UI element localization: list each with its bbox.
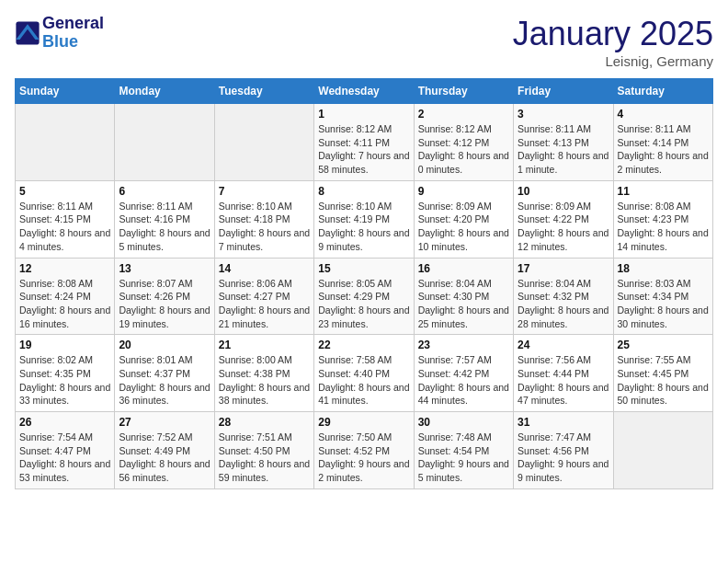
calendar-day-cell: 20Sunrise: 8:01 AM Sunset: 4:37 PM Dayli… [115,335,214,412]
day-info: Sunrise: 8:10 AM Sunset: 4:18 PM Dayligh… [219,200,310,254]
calendar-day-cell: 14Sunrise: 8:06 AM Sunset: 4:27 PM Dayli… [214,258,313,335]
calendar-week-row: 12Sunrise: 8:08 AM Sunset: 4:24 PM Dayli… [16,258,713,335]
day-number: 9 [418,185,509,198]
day-info: Sunrise: 7:47 AM Sunset: 4:56 PM Dayligh… [518,431,609,485]
day-number: 24 [518,339,609,351]
calendar-table: SundayMondayTuesdayWednesdayThursdayFrid… [15,78,713,489]
day-number: 26 [19,416,110,429]
day-number: 28 [219,416,310,429]
calendar-day-cell: 5Sunrise: 8:11 AM Sunset: 4:15 PM Daylig… [16,180,115,258]
day-number: 4 [618,108,709,121]
calendar-day-cell: 15Sunrise: 8:05 AM Sunset: 4:29 PM Dayli… [314,258,414,335]
day-number: 18 [618,262,709,275]
day-info: Sunrise: 8:11 AM Sunset: 4:15 PM Dayligh… [19,200,110,254]
day-number: 13 [119,262,210,275]
weekday-header-row: SundayMondayTuesdayWednesdayThursdayFrid… [16,79,713,104]
calendar-week-row: 26Sunrise: 7:54 AM Sunset: 4:47 PM Dayli… [16,412,713,489]
day-info: Sunrise: 8:11 AM Sunset: 4:13 PM Dayligh… [518,122,609,177]
calendar-day-cell: 26Sunrise: 7:54 AM Sunset: 4:47 PM Dayli… [16,412,115,489]
day-number: 5 [19,185,110,198]
day-number: 17 [518,262,609,275]
calendar-day-cell: 9Sunrise: 8:09 AM Sunset: 4:20 PM Daylig… [414,180,513,258]
calendar-day-cell [16,104,115,181]
day-info: Sunrise: 8:08 AM Sunset: 4:23 PM Dayligh… [618,200,709,254]
day-info: Sunrise: 8:12 AM Sunset: 4:11 PM Dayligh… [318,122,409,177]
calendar-day-cell: 17Sunrise: 8:04 AM Sunset: 4:32 PM Dayli… [514,258,613,335]
day-info: Sunrise: 8:10 AM Sunset: 4:19 PM Dayligh… [318,200,409,254]
calendar-day-cell: 3Sunrise: 8:11 AM Sunset: 4:13 PM Daylig… [514,104,613,181]
day-info: Sunrise: 8:06 AM Sunset: 4:27 PM Dayligh… [219,277,310,331]
day-info: Sunrise: 8:08 AM Sunset: 4:24 PM Dayligh… [19,277,110,331]
day-number: 22 [318,339,409,351]
day-number: 15 [318,262,409,275]
day-info: Sunrise: 8:05 AM Sunset: 4:29 PM Dayligh… [318,277,409,331]
day-number: 29 [318,416,409,429]
day-info: Sunrise: 7:48 AM Sunset: 4:54 PM Dayligh… [418,431,509,485]
logo-text: General Blue [42,15,104,52]
calendar-day-cell: 4Sunrise: 8:11 AM Sunset: 4:14 PM Daylig… [613,104,712,181]
calendar-day-cell: 11Sunrise: 8:08 AM Sunset: 4:23 PM Dayli… [613,180,712,258]
calendar-day-cell: 22Sunrise: 7:58 AM Sunset: 4:40 PM Dayli… [314,335,414,412]
calendar-day-cell: 30Sunrise: 7:48 AM Sunset: 4:54 PM Dayli… [414,412,513,489]
calendar-day-cell: 21Sunrise: 8:00 AM Sunset: 4:38 PM Dayli… [214,335,313,412]
calendar-day-cell: 2Sunrise: 8:12 AM Sunset: 4:12 PM Daylig… [414,104,513,181]
month-title: January 2025 [513,15,713,53]
day-number: 6 [119,185,210,198]
calendar-day-cell: 1Sunrise: 8:12 AM Sunset: 4:11 PM Daylig… [314,104,414,181]
logo-icon [15,20,40,46]
logo: General Blue [15,15,104,52]
calendar-day-cell: 6Sunrise: 8:11 AM Sunset: 4:16 PM Daylig… [115,180,214,258]
day-number: 10 [518,185,609,198]
day-number: 11 [618,185,709,198]
weekday-header-cell: Saturday [613,79,712,104]
calendar-day-cell: 28Sunrise: 7:51 AM Sunset: 4:50 PM Dayli… [214,412,313,489]
calendar-day-cell: 23Sunrise: 7:57 AM Sunset: 4:42 PM Dayli… [414,335,513,412]
day-info: Sunrise: 8:11 AM Sunset: 4:16 PM Dayligh… [119,200,210,254]
day-number: 16 [418,262,509,275]
calendar-week-row: 5Sunrise: 8:11 AM Sunset: 4:15 PM Daylig… [16,180,713,258]
calendar-day-cell [214,104,313,181]
weekday-header-cell: Tuesday [214,79,313,104]
calendar-day-cell: 8Sunrise: 8:10 AM Sunset: 4:19 PM Daylig… [314,180,414,258]
day-info: Sunrise: 7:56 AM Sunset: 4:44 PM Dayligh… [518,353,609,408]
day-number: 2 [418,108,509,121]
day-number: 25 [618,339,709,351]
calendar-day-cell: 16Sunrise: 8:04 AM Sunset: 4:30 PM Dayli… [414,258,513,335]
calendar-day-cell: 12Sunrise: 8:08 AM Sunset: 4:24 PM Dayli… [16,258,115,335]
day-info: Sunrise: 8:04 AM Sunset: 4:30 PM Dayligh… [418,277,509,331]
day-number: 31 [518,416,609,429]
day-number: 7 [219,185,310,198]
calendar-body: 1Sunrise: 8:12 AM Sunset: 4:11 PM Daylig… [16,104,713,489]
day-info: Sunrise: 7:51 AM Sunset: 4:50 PM Dayligh… [219,431,310,485]
day-number: 27 [119,416,210,429]
day-number: 14 [219,262,310,275]
calendar-week-row: 1Sunrise: 8:12 AM Sunset: 4:11 PM Daylig… [16,104,713,181]
calendar-day-cell: 7Sunrise: 8:10 AM Sunset: 4:18 PM Daylig… [214,180,313,258]
calendar-day-cell: 24Sunrise: 7:56 AM Sunset: 4:44 PM Dayli… [514,335,613,412]
calendar-day-cell: 10Sunrise: 8:09 AM Sunset: 4:22 PM Dayli… [514,180,613,258]
day-number: 1 [318,108,409,121]
weekday-header-cell: Thursday [414,79,513,104]
day-info: Sunrise: 8:03 AM Sunset: 4:34 PM Dayligh… [618,277,709,331]
day-number: 23 [418,339,509,351]
calendar-day-cell: 19Sunrise: 8:02 AM Sunset: 4:35 PM Dayli… [16,335,115,412]
weekday-header-cell: Monday [115,79,214,104]
calendar-day-cell [613,412,712,489]
day-info: Sunrise: 7:58 AM Sunset: 4:40 PM Dayligh… [318,353,409,408]
day-info: Sunrise: 7:50 AM Sunset: 4:52 PM Dayligh… [318,431,409,485]
weekday-header-cell: Friday [514,79,613,104]
day-info: Sunrise: 8:04 AM Sunset: 4:32 PM Dayligh… [518,277,609,331]
day-info: Sunrise: 7:52 AM Sunset: 4:49 PM Dayligh… [119,431,210,485]
day-info: Sunrise: 7:57 AM Sunset: 4:42 PM Dayligh… [418,353,509,408]
calendar-week-row: 19Sunrise: 8:02 AM Sunset: 4:35 PM Dayli… [16,335,713,412]
day-info: Sunrise: 8:09 AM Sunset: 4:22 PM Dayligh… [518,200,609,254]
weekday-header-cell: Wednesday [314,79,414,104]
day-info: Sunrise: 8:09 AM Sunset: 4:20 PM Dayligh… [418,200,509,254]
weekday-header-cell: Sunday [16,79,115,104]
calendar-day-cell: 31Sunrise: 7:47 AM Sunset: 4:56 PM Dayli… [514,412,613,489]
day-number: 8 [318,185,409,198]
day-info: Sunrise: 8:11 AM Sunset: 4:14 PM Dayligh… [618,122,709,177]
calendar-day-cell: 25Sunrise: 7:55 AM Sunset: 4:45 PM Dayli… [613,335,712,412]
page-header: General Blue January 2025 Leisnig, Germa… [15,15,713,69]
calendar-day-cell: 29Sunrise: 7:50 AM Sunset: 4:52 PM Dayli… [314,412,414,489]
